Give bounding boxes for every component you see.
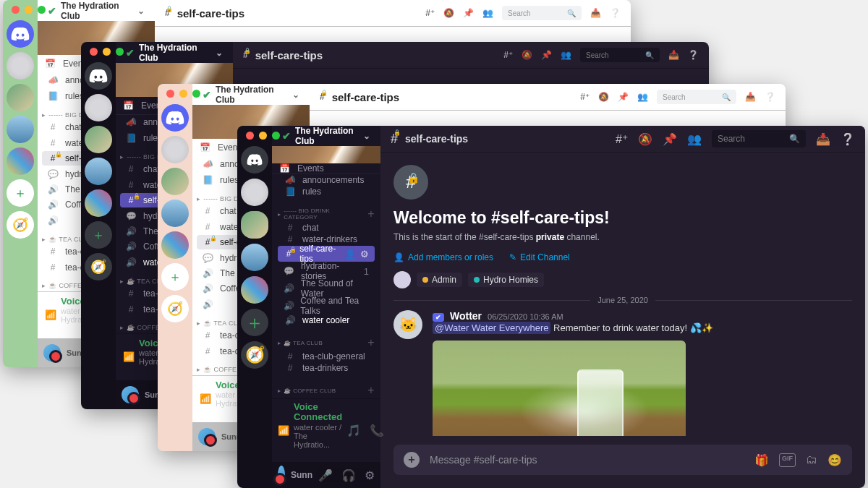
search-input[interactable]: Search🔍 — [580, 48, 660, 62]
gift-icon[interactable]: 🎁 — [754, 453, 769, 467]
channel-coffee-tea-talks[interactable]: 🔊Coffee and Tea Talks — [278, 298, 375, 314]
add-server-button[interactable]: ＋ — [241, 309, 268, 336]
server-icon[interactable] — [161, 168, 189, 195]
threads-icon[interactable]: #⁺ — [580, 92, 590, 102]
maximize-icon[interactable] — [272, 132, 280, 140]
help-icon[interactable]: ❔ — [841, 132, 855, 146]
server-icon[interactable] — [85, 158, 112, 185]
edit-channel-link[interactable]: ✎Edit Channel — [509, 252, 570, 262]
add-server-button[interactable]: ＋ — [7, 179, 34, 207]
avatar[interactable] — [278, 466, 285, 484]
help-icon[interactable]: ❔ — [610, 8, 621, 18]
category-coffee-club[interactable]: ▸ ☕ COFFEE CLUB+ — [272, 374, 380, 398]
explore-button[interactable]: 🧭 — [161, 295, 189, 322]
help-icon[interactable]: ❔ — [765, 92, 775, 102]
server-icon[interactable] — [241, 179, 268, 206]
server-icon[interactable] — [7, 147, 34, 175]
server-header[interactable]: ✔The Hydration Club⌄ — [116, 42, 233, 63]
minimize-icon[interactable] — [259, 132, 267, 140]
add-members-link[interactable]: 👤Add members or roles — [393, 252, 493, 262]
search-input[interactable]: Search🔍 — [657, 90, 736, 104]
message-image[interactable] — [433, 341, 686, 436]
server-header[interactable]: ✔The Hydration Club⌄ — [38, 0, 155, 21]
notifications-icon[interactable]: 🔕 — [638, 132, 652, 146]
mic-mute-icon[interactable]: 🎤 — [318, 468, 333, 482]
channel-announcements[interactable]: 📣announcements — [278, 175, 375, 185]
explore-button[interactable]: 🧭 — [85, 253, 112, 281]
server-header[interactable]: ✔The Hydration Club⌄ — [192, 84, 310, 105]
server-icon[interactable] — [7, 52, 34, 80]
server-icon[interactable] — [85, 126, 112, 153]
pins-icon[interactable]: 📌 — [463, 8, 474, 18]
category-big-drink[interactable]: ▸ ------ BIG DRINK CATEGORY+ — [272, 197, 380, 222]
server-icon[interactable] — [161, 231, 189, 259]
server-header[interactable]: ✔ The Hydration Club ⌄ — [272, 126, 380, 146]
mention[interactable]: @Water Water Everywhere — [433, 322, 550, 334]
add-channel-icon[interactable]: + — [367, 207, 375, 221]
members-icon[interactable]: 👥 — [561, 50, 571, 60]
explore-button[interactable]: 🧭 — [7, 211, 34, 239]
server-icon[interactable] — [7, 84, 34, 111]
category-tea-club[interactable]: ▸ ☕ TEA CLUB+ — [272, 326, 380, 351]
server-icon[interactable] — [161, 200, 189, 227]
channel-hydration-stories[interactable]: 💬hydration-stories1 — [278, 263, 375, 279]
events-row[interactable]: 📅Events — [272, 163, 380, 174]
threads-icon[interactable]: #⁺ — [503, 50, 513, 60]
server-icon[interactable] — [241, 244, 268, 271]
threads-icon[interactable]: #⁺ — [616, 132, 628, 146]
headphones-icon[interactable]: 🎧 — [341, 468, 356, 482]
add-channel-icon[interactable]: + — [367, 336, 375, 349]
settings-icon[interactable]: ⚙ — [360, 249, 369, 260]
attach-button[interactable]: + — [404, 452, 420, 468]
pins-icon[interactable]: 📌 — [541, 50, 552, 60]
channel-water-cooler[interactable]: 🔊water cooler — [278, 315, 375, 325]
search-input[interactable]: Search🔍 — [502, 6, 582, 20]
message-avatar[interactable]: 🐱 — [393, 310, 422, 339]
server-icon[interactable] — [85, 189, 112, 217]
channel-water-drinkers[interactable]: #water-drinkers — [278, 234, 375, 244]
channel-tea-club-general[interactable]: #tea-club-general — [278, 351, 375, 361]
members-icon[interactable]: 👥 — [482, 8, 493, 18]
pins-icon[interactable]: 📌 — [663, 132, 677, 146]
role-tag-hydro[interactable]: Hydro Homies — [468, 273, 544, 287]
inbox-icon[interactable]: 📥 — [816, 132, 830, 146]
voice-status[interactable]: 📶 Voice Connectedwater cooler / The Hydr… — [272, 398, 380, 462]
home-button[interactable] — [241, 146, 268, 174]
server-icon[interactable] — [241, 276, 268, 304]
members-icon[interactable]: 👥 — [637, 92, 648, 102]
add-server-button[interactable]: ＋ — [161, 263, 189, 291]
inbox-icon[interactable]: 📥 — [668, 50, 679, 60]
add-server-button[interactable]: ＋ — [85, 221, 112, 249]
inbox-icon[interactable]: 📥 — [745, 92, 756, 102]
sticker-icon[interactable]: 🗂 — [806, 453, 817, 467]
message-input[interactable]: + Message #self-care-tips 🎁 GIF 🗂 😊 — [393, 445, 852, 475]
channel-sound-of-water[interactable]: 🔊The Sound of Water — [278, 281, 375, 296]
home-button[interactable] — [7, 20, 34, 48]
message-author[interactable]: Wotter — [450, 310, 482, 322]
server-icon[interactable] — [161, 136, 189, 163]
channel-tea-drinkers[interactable]: #tea-drinkers — [278, 363, 375, 373]
gif-button[interactable]: GIF — [779, 453, 796, 467]
invite-icon[interactable]: 👤 — [344, 249, 356, 260]
threads-icon[interactable]: #⁺ — [425, 8, 435, 18]
notifications-icon[interactable]: 🔕 — [598, 92, 609, 102]
explore-button[interactable]: 🧭 — [241, 341, 268, 369]
channel-rules[interactable]: 📘rules — [278, 187, 375, 197]
pins-icon[interactable]: 📌 — [618, 92, 629, 102]
inbox-icon[interactable]: 📥 — [590, 8, 601, 18]
home-button[interactable] — [161, 104, 189, 132]
members-icon[interactable]: 👥 — [687, 132, 702, 146]
window-controls[interactable] — [246, 132, 280, 140]
emoji-icon[interactable]: 😊 — [827, 453, 842, 467]
help-icon[interactable]: ❔ — [688, 50, 699, 60]
user-settings-icon[interactable]: ⚙ — [365, 468, 375, 482]
role-tag-admin[interactable]: Admin — [417, 273, 462, 287]
channel-chat[interactable]: #chat — [278, 223, 375, 233]
add-channel-icon[interactable]: + — [367, 384, 375, 397]
close-icon[interactable] — [246, 132, 254, 140]
search-input[interactable]: Search🔍 — [712, 130, 806, 147]
notifications-icon[interactable]: 🔕 — [522, 50, 532, 60]
noise-suppress-icon[interactable]: 🎵 — [346, 424, 361, 437]
server-icon[interactable] — [85, 94, 112, 121]
channel-self-care-tips[interactable]: #self-care-tips👤⚙ — [278, 246, 375, 262]
